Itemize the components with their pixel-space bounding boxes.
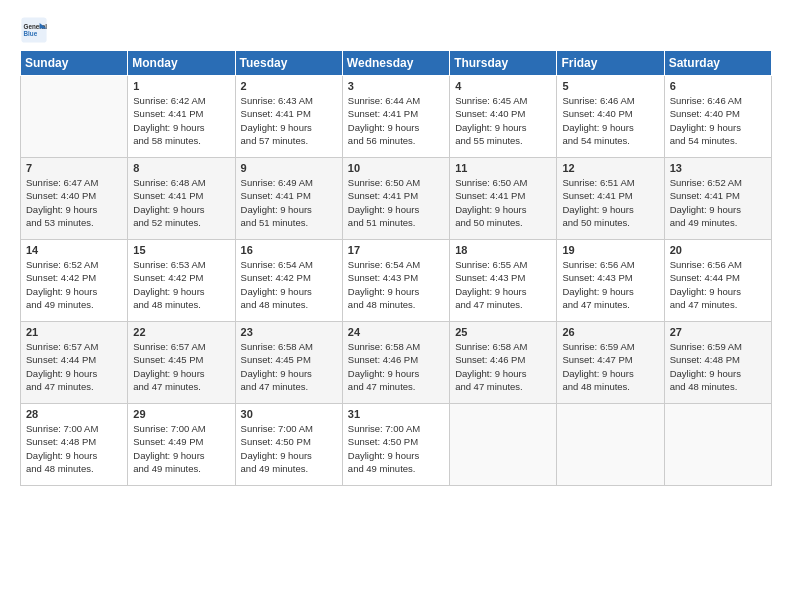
page-container: General Blue SundayMondayTuesdayWednesda…: [0, 0, 792, 496]
day-header-saturday: Saturday: [664, 51, 771, 76]
calendar-cell: [664, 404, 771, 486]
day-header-wednesday: Wednesday: [342, 51, 449, 76]
day-number: 29: [133, 408, 229, 420]
day-number: 5: [562, 80, 658, 92]
calendar-cell: 4Sunrise: 6:45 AMSunset: 4:40 PMDaylight…: [450, 76, 557, 158]
day-number: 26: [562, 326, 658, 338]
day-header-sunday: Sunday: [21, 51, 128, 76]
day-info: Sunrise: 6:54 AMSunset: 4:42 PMDaylight:…: [241, 258, 337, 311]
calendar-cell: 3Sunrise: 6:44 AMSunset: 4:41 PMDaylight…: [342, 76, 449, 158]
day-number: 24: [348, 326, 444, 338]
calendar-cell: 21Sunrise: 6:57 AMSunset: 4:44 PMDayligh…: [21, 322, 128, 404]
calendar-cell: 31Sunrise: 7:00 AMSunset: 4:50 PMDayligh…: [342, 404, 449, 486]
calendar-cell: 23Sunrise: 6:58 AMSunset: 4:45 PMDayligh…: [235, 322, 342, 404]
calendar-cell: 27Sunrise: 6:59 AMSunset: 4:48 PMDayligh…: [664, 322, 771, 404]
day-header-monday: Monday: [128, 51, 235, 76]
day-number: 9: [241, 162, 337, 174]
svg-text:Blue: Blue: [24, 30, 38, 37]
calendar-cell: 29Sunrise: 7:00 AMSunset: 4:49 PMDayligh…: [128, 404, 235, 486]
week-row-1: 7Sunrise: 6:47 AMSunset: 4:40 PMDaylight…: [21, 158, 772, 240]
day-info: Sunrise: 7:00 AMSunset: 4:50 PMDaylight:…: [348, 422, 444, 475]
day-info: Sunrise: 6:52 AMSunset: 4:41 PMDaylight:…: [670, 176, 766, 229]
calendar-cell: 30Sunrise: 7:00 AMSunset: 4:50 PMDayligh…: [235, 404, 342, 486]
calendar-cell: 28Sunrise: 7:00 AMSunset: 4:48 PMDayligh…: [21, 404, 128, 486]
day-number: 3: [348, 80, 444, 92]
day-info: Sunrise: 6:46 AMSunset: 4:40 PMDaylight:…: [670, 94, 766, 147]
days-header-row: SundayMondayTuesdayWednesdayThursdayFrid…: [21, 51, 772, 76]
day-number: 31: [348, 408, 444, 420]
day-number: 27: [670, 326, 766, 338]
calendar-cell: 25Sunrise: 6:58 AMSunset: 4:46 PMDayligh…: [450, 322, 557, 404]
day-info: Sunrise: 6:58 AMSunset: 4:46 PMDaylight:…: [348, 340, 444, 393]
calendar-cell: 18Sunrise: 6:55 AMSunset: 4:43 PMDayligh…: [450, 240, 557, 322]
day-info: Sunrise: 6:54 AMSunset: 4:43 PMDaylight:…: [348, 258, 444, 311]
day-info: Sunrise: 7:00 AMSunset: 4:48 PMDaylight:…: [26, 422, 122, 475]
day-number: 21: [26, 326, 122, 338]
calendar-cell: 12Sunrise: 6:51 AMSunset: 4:41 PMDayligh…: [557, 158, 664, 240]
calendar-cell: 15Sunrise: 6:53 AMSunset: 4:42 PMDayligh…: [128, 240, 235, 322]
day-number: 15: [133, 244, 229, 256]
day-info: Sunrise: 6:59 AMSunset: 4:48 PMDaylight:…: [670, 340, 766, 393]
week-row-4: 28Sunrise: 7:00 AMSunset: 4:48 PMDayligh…: [21, 404, 772, 486]
day-info: Sunrise: 6:52 AMSunset: 4:42 PMDaylight:…: [26, 258, 122, 311]
day-info: Sunrise: 6:57 AMSunset: 4:44 PMDaylight:…: [26, 340, 122, 393]
logo-icon: General Blue: [20, 16, 48, 44]
calendar-cell: 24Sunrise: 6:58 AMSunset: 4:46 PMDayligh…: [342, 322, 449, 404]
calendar-cell: 13Sunrise: 6:52 AMSunset: 4:41 PMDayligh…: [664, 158, 771, 240]
day-header-thursday: Thursday: [450, 51, 557, 76]
day-number: 28: [26, 408, 122, 420]
calendar-cell: [450, 404, 557, 486]
calendar-cell: [557, 404, 664, 486]
day-number: 16: [241, 244, 337, 256]
day-number: 10: [348, 162, 444, 174]
day-info: Sunrise: 6:51 AMSunset: 4:41 PMDaylight:…: [562, 176, 658, 229]
day-info: Sunrise: 6:50 AMSunset: 4:41 PMDaylight:…: [348, 176, 444, 229]
calendar-cell: 2Sunrise: 6:43 AMSunset: 4:41 PMDaylight…: [235, 76, 342, 158]
day-number: 30: [241, 408, 337, 420]
day-info: Sunrise: 6:56 AMSunset: 4:44 PMDaylight:…: [670, 258, 766, 311]
calendar-cell: 19Sunrise: 6:56 AMSunset: 4:43 PMDayligh…: [557, 240, 664, 322]
day-info: Sunrise: 6:46 AMSunset: 4:40 PMDaylight:…: [562, 94, 658, 147]
calendar-cell: 5Sunrise: 6:46 AMSunset: 4:40 PMDaylight…: [557, 76, 664, 158]
day-info: Sunrise: 6:47 AMSunset: 4:40 PMDaylight:…: [26, 176, 122, 229]
week-row-0: 1Sunrise: 6:42 AMSunset: 4:41 PMDaylight…: [21, 76, 772, 158]
day-number: 7: [26, 162, 122, 174]
day-number: 14: [26, 244, 122, 256]
day-number: 6: [670, 80, 766, 92]
day-info: Sunrise: 7:00 AMSunset: 4:50 PMDaylight:…: [241, 422, 337, 475]
calendar-cell: 10Sunrise: 6:50 AMSunset: 4:41 PMDayligh…: [342, 158, 449, 240]
day-number: 23: [241, 326, 337, 338]
day-number: 19: [562, 244, 658, 256]
calendar-cell: 26Sunrise: 6:59 AMSunset: 4:47 PMDayligh…: [557, 322, 664, 404]
week-row-2: 14Sunrise: 6:52 AMSunset: 4:42 PMDayligh…: [21, 240, 772, 322]
calendar-cell: 8Sunrise: 6:48 AMSunset: 4:41 PMDaylight…: [128, 158, 235, 240]
calendar-cell: 17Sunrise: 6:54 AMSunset: 4:43 PMDayligh…: [342, 240, 449, 322]
calendar-cell: 14Sunrise: 6:52 AMSunset: 4:42 PMDayligh…: [21, 240, 128, 322]
calendar-cell: 11Sunrise: 6:50 AMSunset: 4:41 PMDayligh…: [450, 158, 557, 240]
day-number: 8: [133, 162, 229, 174]
day-header-friday: Friday: [557, 51, 664, 76]
calendar-cell: [21, 76, 128, 158]
day-number: 18: [455, 244, 551, 256]
day-number: 22: [133, 326, 229, 338]
logo: General Blue: [20, 16, 52, 44]
day-info: Sunrise: 6:59 AMSunset: 4:47 PMDaylight:…: [562, 340, 658, 393]
day-header-tuesday: Tuesday: [235, 51, 342, 76]
calendar-cell: 1Sunrise: 6:42 AMSunset: 4:41 PMDaylight…: [128, 76, 235, 158]
calendar-table: SundayMondayTuesdayWednesdayThursdayFrid…: [20, 50, 772, 486]
day-number: 4: [455, 80, 551, 92]
calendar-cell: 16Sunrise: 6:54 AMSunset: 4:42 PMDayligh…: [235, 240, 342, 322]
day-number: 11: [455, 162, 551, 174]
calendar-cell: 6Sunrise: 6:46 AMSunset: 4:40 PMDaylight…: [664, 76, 771, 158]
day-info: Sunrise: 6:58 AMSunset: 4:45 PMDaylight:…: [241, 340, 337, 393]
day-info: Sunrise: 6:53 AMSunset: 4:42 PMDaylight:…: [133, 258, 229, 311]
day-info: Sunrise: 6:55 AMSunset: 4:43 PMDaylight:…: [455, 258, 551, 311]
day-info: Sunrise: 6:50 AMSunset: 4:41 PMDaylight:…: [455, 176, 551, 229]
day-info: Sunrise: 7:00 AMSunset: 4:49 PMDaylight:…: [133, 422, 229, 475]
day-number: 12: [562, 162, 658, 174]
calendar-cell: 7Sunrise: 6:47 AMSunset: 4:40 PMDaylight…: [21, 158, 128, 240]
day-info: Sunrise: 6:58 AMSunset: 4:46 PMDaylight:…: [455, 340, 551, 393]
week-row-3: 21Sunrise: 6:57 AMSunset: 4:44 PMDayligh…: [21, 322, 772, 404]
calendar-cell: 20Sunrise: 6:56 AMSunset: 4:44 PMDayligh…: [664, 240, 771, 322]
header: General Blue: [20, 16, 772, 44]
